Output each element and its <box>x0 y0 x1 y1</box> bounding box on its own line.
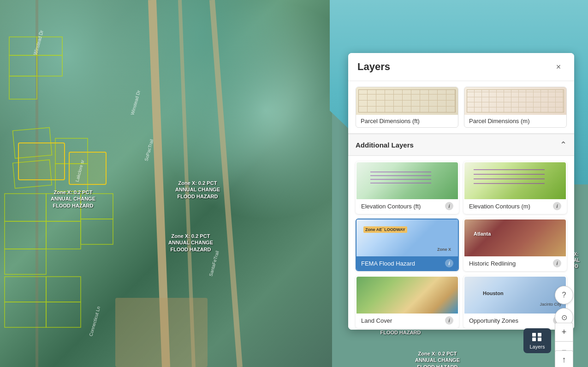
svg-rect-19 <box>81 219 113 244</box>
opportunity-thumbnail <box>464 277 566 314</box>
redlining-thumbnail <box>464 219 566 256</box>
svg-text:Winstead Dr: Winstead Dr <box>33 30 44 56</box>
svg-rect-20 <box>18 143 65 180</box>
compass-button[interactable]: ↑ <box>555 350 573 367</box>
additional-layers-section: Additional Layers ⌃ Elevation Contours (… <box>348 134 574 330</box>
parcel-ft-thumbnail <box>356 87 458 115</box>
help-button[interactable]: ? <box>555 286 573 304</box>
svg-rect-13 <box>46 221 81 249</box>
flood-label-5: Zone X: 0.2 PCTANNUAL CHANGEFLOOD HAZARD <box>415 350 460 367</box>
panel-title: Layers <box>357 61 390 73</box>
compass-container: ↑ <box>555 350 573 367</box>
flood-label-3: Zone X: 0.2 PCTANNUAL CHANGEFLOOD HAZARD <box>168 233 213 253</box>
landcover-footer: Land Cover i <box>356 314 458 327</box>
chevron-up-icon: ⌃ <box>560 140 567 150</box>
parcel-m-thumbnail <box>464 87 566 115</box>
fema-footer: FEMA Flood Hazard i <box>356 256 458 270</box>
svg-text:SoPacTrail: SoPacTrail <box>143 139 154 162</box>
additional-layers-title: Additional Layers <box>356 141 414 149</box>
elevation-m-info-icon[interactable]: i <box>553 202 561 210</box>
layer-card-elevation-m[interactable]: Elevation Contours (m) i <box>463 161 567 214</box>
elevation-ft-thumbnail <box>356 162 458 199</box>
additional-layers-header[interactable]: Additional Layers ⌃ <box>348 134 574 156</box>
close-button[interactable]: × <box>552 60 565 73</box>
elevation-m-thumbnail <box>464 162 566 199</box>
panel-header: Layers × <box>348 53 574 81</box>
svg-text:Winstead Dr: Winstead Dr <box>130 89 141 116</box>
parcel-dimensions-row: Parcel Dimensions (ft) Parcel Dimensions… <box>348 81 574 134</box>
layer-card-landcover[interactable]: Land Cover i <box>356 276 459 328</box>
svg-rect-1 <box>9 55 37 76</box>
svg-text:SantaFeTrail: SantaFeTrail <box>208 250 220 277</box>
landcover-info-icon[interactable]: i <box>445 316 453 325</box>
svg-text:Connecticut Ln: Connecticut Ln <box>88 306 101 337</box>
fema-thumbnail <box>356 219 458 256</box>
fema-info-icon[interactable]: i <box>445 259 453 267</box>
layer-card-opportunity[interactable]: Opportunity Zones i <box>463 276 567 328</box>
layers-button-label: Layers <box>529 344 545 349</box>
svg-rect-15 <box>46 277 81 302</box>
layer-card-parcel-ft[interactable]: Parcel Dimensions (ft) <box>356 87 458 128</box>
svg-rect-16 <box>5 302 46 327</box>
layer-card-elevation-ft[interactable]: Elevation Contours (ft) i <box>356 161 459 214</box>
layers-icon <box>532 333 542 341</box>
svg-rect-10 <box>5 221 46 249</box>
redlining-info-icon[interactable]: i <box>553 259 561 267</box>
layers-bottom-button[interactable]: Layers <box>523 328 551 353</box>
map-utility-buttons: ? ⊙ <box>555 286 573 326</box>
parcel-ft-label: Parcel Dimensions (ft) <box>356 115 458 127</box>
svg-rect-17 <box>46 302 81 327</box>
svg-rect-4 <box>37 55 62 76</box>
landcover-thumbnail <box>356 277 458 314</box>
landcover-label: Land Cover <box>361 317 392 324</box>
opportunity-label: Opportunity Zones <box>469 317 518 324</box>
layers-panel: Layers × Parcel Dimensions (ft) Parcel D… <box>348 53 574 330</box>
fema-label: FEMA Flood Hazard <box>361 260 415 267</box>
svg-rect-11 <box>5 249 46 274</box>
svg-rect-0 <box>9 37 37 55</box>
redlining-label: Historic Redlining <box>469 260 516 267</box>
svg-rect-2 <box>9 76 37 99</box>
flood-label-2: Zone X: 0.2 PCTANNUAL CHANGEFLOOD HAZARD <box>175 180 220 200</box>
svg-rect-9 <box>5 194 46 221</box>
flood-label-1: Zone X: 0.2 PCTANNUAL CHANGEFLOOD HAZARD <box>51 189 95 209</box>
elevation-ft-footer: Elevation Contours (ft) i <box>356 199 458 213</box>
layer-card-fema[interactable]: FEMA Flood Hazard i <box>356 219 459 271</box>
zoom-in-button[interactable]: + <box>555 323 573 341</box>
elevation-ft-info-icon[interactable]: i <box>445 202 453 210</box>
svg-rect-14 <box>5 277 46 302</box>
elevation-ft-label: Elevation Contours (ft) <box>361 203 421 210</box>
additional-layers-grid: Elevation Contours (ft) i Elevation Cont… <box>348 156 574 330</box>
parcel-m-label: Parcel Dimensions (m) <box>464 115 566 127</box>
building-area <box>115 298 208 367</box>
layer-card-parcel-m[interactable]: Parcel Dimensions (m) <box>464 87 567 128</box>
opportunity-footer: Opportunity Zones i <box>464 314 566 327</box>
redlining-footer: Historic Redlining i <box>464 256 566 270</box>
elevation-m-label: Elevation Contours (m) <box>469 203 530 210</box>
elevation-m-footer: Elevation Contours (m) i <box>464 199 566 213</box>
layer-card-redlining[interactable]: Historic Redlining i <box>463 219 567 271</box>
